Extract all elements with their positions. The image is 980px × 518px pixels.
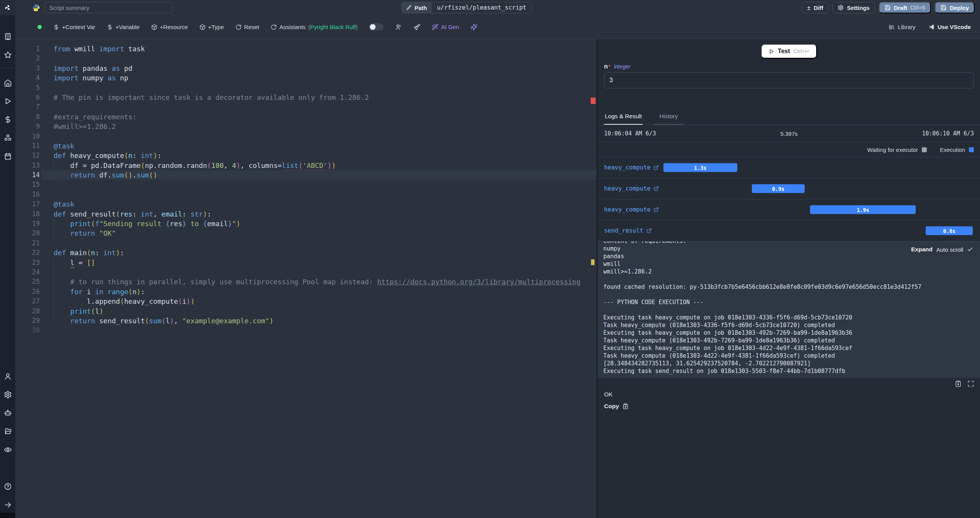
line-number: 9 — [15, 122, 40, 131]
line-content: import numpy as np — [54, 73, 128, 83]
workers-robot-icon[interactable] — [3, 409, 12, 417]
reset-button[interactable]: Reset — [235, 24, 259, 30]
help-icon[interactable] — [3, 482, 12, 490]
workspace-icon[interactable] — [3, 32, 12, 41]
code-line[interactable]: 25 # to run things in parallel, simply u… — [15, 277, 596, 287]
arg-n-input[interactable] — [604, 72, 974, 88]
code-line[interactable]: 16 — [15, 190, 596, 199]
code-line[interactable]: 11 @task — [15, 141, 596, 151]
library-button[interactable]: Library — [889, 24, 915, 30]
code-token: [] — [87, 259, 95, 267]
code-line[interactable]: 23 l = [] — [15, 258, 596, 267]
sparkles-icon[interactable] — [470, 24, 477, 31]
code-line[interactable]: 8 #extra_requirements: — [15, 112, 596, 122]
error-marker — [591, 98, 596, 104]
expand-sidebar-arrow-icon[interactable] — [3, 500, 12, 509]
draft-button[interactable]: Draft Ctrl+S — [879, 2, 931, 13]
schedules-calendar-icon[interactable] — [3, 152, 12, 160]
code-line[interactable]: 10 — [15, 132, 596, 141]
code-line[interactable]: 29 return send_result(sum(l), "example@e… — [15, 316, 596, 326]
code-line[interactable]: 17 @task — [15, 199, 596, 209]
code-line[interactable]: 22 def main(n: int): — [15, 248, 596, 257]
code-line[interactable]: 4 import numpy as np — [15, 73, 596, 83]
favorites-star-icon[interactable] — [3, 50, 12, 59]
code-line[interactable]: 28 print(l) — [15, 306, 596, 316]
assistant-ruff: Ruff — [345, 24, 356, 30]
settings-button[interactable]: Settings — [832, 2, 875, 13]
script-summary-input[interactable] — [44, 2, 173, 13]
expand-logs-button[interactable]: Expand — [911, 246, 933, 253]
tab-logs-result[interactable]: Logs & Result — [604, 109, 643, 125]
code-token: "Sending result — [99, 220, 165, 228]
assistant-pyright: Pyright — [310, 24, 328, 30]
deploy-label: Deploy — [950, 5, 969, 11]
home-icon[interactable] — [3, 78, 12, 87]
code-line[interactable]: 20 return "OK" — [15, 228, 596, 238]
add-resource-button[interactable]: +Resource — [151, 24, 188, 30]
auto-scroll-toggle[interactable]: Auto scroll — [936, 246, 963, 253]
add-context-var-button[interactable]: +Context Var — [53, 24, 95, 30]
code-line[interactable]: 15 — [15, 180, 596, 189]
code-line[interactable]: 1 from wmill import task — [15, 44, 596, 54]
settings-gear-icon[interactable] — [3, 390, 12, 399]
settings-label: Settings — [847, 5, 869, 11]
code-line[interactable]: 9 #wmill>=1.286.2 — [15, 122, 596, 131]
code-line[interactable]: 18 def send_result(res: int, email: str)… — [15, 209, 596, 219]
code-editor[interactable]: 1 from wmill import task 2 3 import pand… — [15, 39, 596, 518]
run-panel: Test Ctrl+↵ n * integer Logs & Result Hi… — [598, 39, 980, 518]
editor-toolbar: +Context Var +Variable +Resource +Type R… — [15, 15, 980, 39]
fullscreen-icon[interactable] — [967, 380, 974, 387]
code-token — [54, 220, 70, 228]
audit-eye-icon[interactable] — [3, 445, 12, 454]
code-token: ( — [116, 210, 120, 218]
code-line[interactable]: 6 # The pin is important since task is a… — [15, 93, 596, 102]
use-vscode-label: Use VScode — [938, 24, 971, 30]
code-line[interactable]: 13 df = pd.DataFrame(np.random.randn(100… — [15, 161, 596, 170]
multiplayer-users-icon[interactable] — [395, 24, 402, 31]
code-line[interactable]: 21 — [15, 238, 596, 248]
users-icon[interactable] — [3, 372, 12, 380]
runs-play-icon[interactable] — [3, 97, 12, 105]
assistants-button[interactable]: Assistants (Pyright Black Ruff) — [271, 24, 358, 30]
code-line[interactable]: 26 for i in range(n): — [15, 287, 596, 296]
code-line[interactable]: 3 import pandas as pd — [15, 64, 596, 73]
code-token: ( — [120, 297, 124, 305]
code-token: ( — [87, 249, 91, 257]
code-line[interactable]: 19 print(f"Sending result {res} to {emai… — [15, 219, 596, 228]
code-token: ( — [91, 220, 95, 228]
windmill-logo[interactable] — [0, 0, 15, 15]
code-line[interactable]: 2 — [15, 54, 596, 63]
variables-dollar-icon[interactable] — [3, 115, 12, 124]
code-line[interactable]: 14 return df.sum().sum() — [15, 170, 596, 180]
path-edit-segment[interactable]: Path — [402, 2, 432, 13]
code-token: as — [108, 74, 116, 82]
copy-result-button[interactable]: Copy — [604, 403, 974, 410]
folders-icon[interactable] — [3, 427, 12, 435]
code-line[interactable]: 30 — [15, 326, 596, 335]
diff-button[interactable]: ± Diff — [802, 2, 828, 13]
code-line[interactable]: 7 — [15, 102, 596, 112]
save-icon — [941, 5, 947, 11]
path-chip[interactable]: Path u/rfiszel/pleasant_script — [401, 2, 532, 13]
ai-gen-button[interactable]: AI Gen — [432, 24, 459, 30]
execution-bar: 1.3s — [663, 163, 737, 172]
resources-boxes-icon[interactable] — [3, 134, 12, 142]
test-button[interactable]: Test Ctrl+↵ — [761, 44, 817, 59]
code-line[interactable]: 27 l.append(heavy_compute(i)) — [15, 296, 596, 306]
line-number: 26 — [15, 287, 40, 296]
tab-history[interactable]: History — [653, 109, 684, 125]
add-variable-button[interactable]: +Variable — [107, 24, 140, 30]
copy-logs-icon[interactable] — [955, 380, 962, 387]
code-token: email — [162, 210, 182, 218]
use-vscode-button[interactable]: Use VScode — [928, 24, 971, 30]
add-type-button[interactable]: +Type — [199, 24, 224, 30]
code-token: 100 — [211, 161, 224, 169]
dollar-icon — [53, 24, 59, 30]
format-paintbrush-icon[interactable] — [413, 24, 420, 31]
deploy-button[interactable]: Deploy — [935, 2, 975, 13]
assistant-toggle[interactable] — [369, 23, 384, 31]
code-line[interactable]: 12 def heavy_compute(n: int): — [15, 151, 596, 160]
code-line[interactable]: 5 — [15, 83, 596, 93]
code-token: ) — [191, 297, 195, 305]
code-line[interactable]: 24 — [15, 267, 596, 277]
